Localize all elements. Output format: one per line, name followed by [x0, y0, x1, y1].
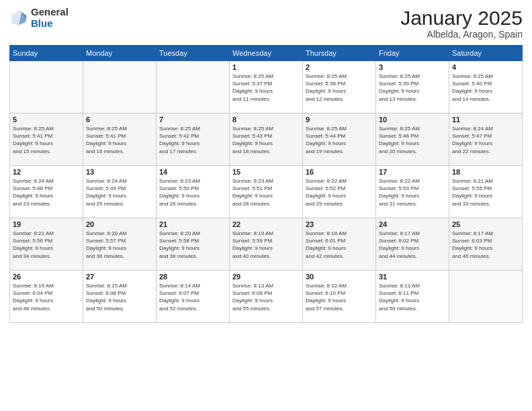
day-info: Sunrise: 8:25 AM Sunset: 5:46 PM Dayligh…: [379, 125, 446, 155]
day-number: 13: [86, 168, 153, 176]
header-tuesday: Tuesday: [157, 46, 230, 61]
table-row: [157, 61, 230, 113]
table-row: [10, 61, 83, 113]
table-row: 25Sunrise: 8:17 AM Sunset: 6:03 PM Dayli…: [449, 218, 523, 271]
day-info: Sunrise: 8:17 AM Sunset: 6:02 PM Dayligh…: [379, 230, 446, 260]
header-thursday: Thursday: [303, 46, 376, 61]
table-row: 12Sunrise: 8:24 AM Sunset: 5:48 PM Dayli…: [10, 166, 83, 218]
table-row: 27Sunrise: 8:15 AM Sunset: 6:06 PM Dayli…: [83, 271, 157, 323]
day-number: 30: [306, 273, 373, 281]
day-number: 25: [452, 220, 519, 228]
day-number: 28: [159, 273, 226, 281]
calendar-header: Sunday Monday Tuesday Wednesday Thursday…: [10, 46, 523, 61]
day-info: Sunrise: 8:25 AM Sunset: 5:39 PM Dayligh…: [379, 73, 446, 103]
day-info: Sunrise: 8:16 AM Sunset: 6:04 PM Dayligh…: [13, 282, 80, 312]
table-row: 28Sunrise: 8:14 AM Sunset: 6:07 PM Dayli…: [157, 271, 230, 323]
day-info: Sunrise: 8:20 AM Sunset: 5:57 PM Dayligh…: [86, 230, 153, 260]
day-info: Sunrise: 8:25 AM Sunset: 5:38 PM Dayligh…: [306, 73, 373, 103]
day-info: Sunrise: 8:25 AM Sunset: 5:40 PM Dayligh…: [452, 73, 519, 103]
day-info: Sunrise: 8:24 AM Sunset: 5:47 PM Dayligh…: [452, 125, 519, 155]
day-info: Sunrise: 8:25 AM Sunset: 5:42 PM Dayligh…: [159, 125, 226, 155]
day-number: 8: [232, 116, 300, 124]
table-row: 18Sunrise: 8:21 AM Sunset: 5:55 PM Dayli…: [449, 166, 523, 218]
calendar-location: Albelda, Aragon, Spain: [400, 29, 523, 40]
day-number: 17: [379, 168, 446, 176]
table-row: 29Sunrise: 8:13 AM Sunset: 6:08 PM Dayli…: [230, 271, 303, 323]
table-row: 14Sunrise: 8:23 AM Sunset: 5:50 PM Dayli…: [157, 166, 230, 218]
table-row: 6Sunrise: 8:25 AM Sunset: 5:41 PM Daylig…: [83, 113, 157, 166]
day-info: Sunrise: 8:17 AM Sunset: 6:03 PM Dayligh…: [452, 230, 519, 260]
table-row: [449, 271, 523, 323]
page-header: General Blue January 2025 Albelda, Arago…: [9, 7, 523, 40]
day-number: 7: [159, 116, 226, 124]
day-info: Sunrise: 8:25 AM Sunset: 5:41 PM Dayligh…: [86, 125, 153, 155]
day-info: Sunrise: 8:11 AM Sunset: 6:11 PM Dayligh…: [379, 282, 446, 312]
day-info: Sunrise: 8:22 AM Sunset: 5:53 PM Dayligh…: [379, 177, 446, 208]
day-number: 26: [13, 273, 80, 281]
day-info: Sunrise: 8:25 AM Sunset: 5:41 PM Dayligh…: [13, 125, 80, 155]
day-number: 31: [379, 273, 446, 281]
table-row: 4Sunrise: 8:25 AM Sunset: 5:40 PM Daylig…: [449, 61, 523, 113]
day-number: 16: [306, 168, 373, 176]
table-row: 24Sunrise: 8:17 AM Sunset: 6:02 PM Dayli…: [376, 218, 449, 271]
day-number: 21: [159, 220, 226, 228]
day-info: Sunrise: 8:18 AM Sunset: 6:01 PM Dayligh…: [306, 230, 373, 260]
day-info: Sunrise: 8:13 AM Sunset: 6:08 PM Dayligh…: [232, 282, 300, 312]
table-row: 26Sunrise: 8:16 AM Sunset: 6:04 PM Dayli…: [10, 271, 83, 323]
title-block: January 2025 Albelda, Aragon, Spain: [400, 7, 523, 40]
logo-blue: Blue: [31, 18, 69, 30]
table-row: 17Sunrise: 8:22 AM Sunset: 5:53 PM Dayli…: [376, 166, 449, 218]
day-number: 15: [232, 168, 300, 176]
day-number: 19: [13, 220, 80, 228]
day-number: 24: [379, 220, 446, 228]
table-row: 22Sunrise: 8:19 AM Sunset: 5:59 PM Dayli…: [230, 218, 303, 271]
table-row: 3Sunrise: 8:25 AM Sunset: 5:39 PM Daylig…: [376, 61, 449, 113]
table-row: 7Sunrise: 8:25 AM Sunset: 5:42 PM Daylig…: [157, 113, 230, 166]
day-number: 6: [86, 116, 153, 124]
day-number: 22: [232, 220, 300, 228]
table-row: 20Sunrise: 8:20 AM Sunset: 5:57 PM Dayli…: [83, 218, 157, 271]
day-info: Sunrise: 8:12 AM Sunset: 6:10 PM Dayligh…: [306, 282, 373, 312]
day-number: 3: [379, 63, 446, 71]
calendar-table: Sunday Monday Tuesday Wednesday Thursday…: [9, 45, 523, 323]
day-info: Sunrise: 8:25 AM Sunset: 5:37 PM Dayligh…: [232, 73, 300, 103]
table-row: [83, 61, 157, 113]
day-info: Sunrise: 8:21 AM Sunset: 5:55 PM Dayligh…: [452, 177, 519, 208]
day-number: 29: [232, 273, 300, 281]
logo-text: General Blue: [31, 7, 69, 29]
table-row: 19Sunrise: 8:21 AM Sunset: 5:56 PM Dayli…: [10, 218, 83, 271]
table-row: 15Sunrise: 8:23 AM Sunset: 5:51 PM Dayli…: [230, 166, 303, 218]
header-sunday: Sunday: [10, 46, 83, 61]
day-info: Sunrise: 8:22 AM Sunset: 5:52 PM Dayligh…: [306, 177, 373, 208]
day-number: 11: [452, 116, 519, 124]
calendar-title: January 2025: [400, 7, 523, 29]
table-row: 11Sunrise: 8:24 AM Sunset: 5:47 PM Dayli…: [449, 113, 523, 166]
day-info: Sunrise: 8:20 AM Sunset: 5:58 PM Dayligh…: [159, 230, 226, 260]
header-monday: Monday: [83, 46, 157, 61]
day-number: 5: [13, 116, 80, 124]
day-info: Sunrise: 8:23 AM Sunset: 5:50 PM Dayligh…: [159, 177, 226, 208]
table-row: 9Sunrise: 8:25 AM Sunset: 5:44 PM Daylig…: [303, 113, 376, 166]
table-row: 1Sunrise: 8:25 AM Sunset: 5:37 PM Daylig…: [230, 61, 303, 113]
day-info: Sunrise: 8:19 AM Sunset: 5:59 PM Dayligh…: [232, 230, 300, 260]
day-info: Sunrise: 8:24 AM Sunset: 5:48 PM Dayligh…: [13, 177, 80, 208]
table-row: 31Sunrise: 8:11 AM Sunset: 6:11 PM Dayli…: [376, 271, 449, 323]
day-number: 1: [232, 63, 300, 71]
day-info: Sunrise: 8:25 AM Sunset: 5:44 PM Dayligh…: [306, 125, 373, 155]
table-row: 10Sunrise: 8:25 AM Sunset: 5:46 PM Dayli…: [376, 113, 449, 166]
header-friday: Friday: [376, 46, 449, 61]
day-info: Sunrise: 8:24 AM Sunset: 5:49 PM Dayligh…: [86, 177, 153, 208]
table-row: 30Sunrise: 8:12 AM Sunset: 6:10 PM Dayli…: [303, 271, 376, 323]
day-number: 10: [379, 116, 446, 124]
day-info: Sunrise: 8:25 AM Sunset: 5:43 PM Dayligh…: [232, 125, 300, 155]
logo-general: General: [31, 7, 69, 18]
table-row: 8Sunrise: 8:25 AM Sunset: 5:43 PM Daylig…: [230, 113, 303, 166]
day-number: 23: [306, 220, 373, 228]
table-row: 21Sunrise: 8:20 AM Sunset: 5:58 PM Dayli…: [157, 218, 230, 271]
logo: General Blue: [9, 7, 69, 29]
day-number: 2: [306, 63, 373, 71]
day-number: 4: [452, 63, 519, 71]
day-info: Sunrise: 8:15 AM Sunset: 6:06 PM Dayligh…: [86, 282, 153, 312]
day-info: Sunrise: 8:23 AM Sunset: 5:51 PM Dayligh…: [232, 177, 300, 208]
table-row: 2Sunrise: 8:25 AM Sunset: 5:38 PM Daylig…: [303, 61, 376, 113]
